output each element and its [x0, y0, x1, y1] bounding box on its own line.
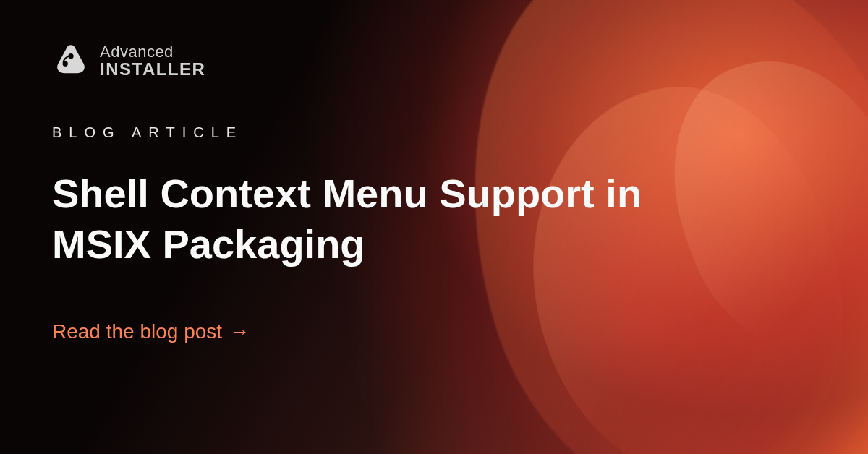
- logo-text-top: Advanced: [100, 43, 205, 60]
- page-title: Shell Context Menu Support in MSIX Packa…: [52, 168, 746, 270]
- cta-label: Read the blog post: [52, 320, 222, 343]
- content-container: Advanced INSTALLER BLOG ARTICLE Shell Co…: [0, 0, 868, 454]
- read-blog-post-link[interactable]: Read the blog post →: [52, 320, 250, 343]
- svg-point-0: [68, 53, 73, 59]
- logo-text-bottom: INSTALLER: [100, 60, 205, 78]
- arrow-right-icon: →: [229, 322, 250, 342]
- svg-point-1: [63, 61, 68, 67]
- advanced-installer-logo-icon: [52, 42, 90, 80]
- logo: Advanced INSTALLER: [52, 42, 816, 80]
- logo-text: Advanced INSTALLER: [100, 43, 205, 78]
- eyebrow-label: BLOG ARTICLE: [52, 124, 816, 141]
